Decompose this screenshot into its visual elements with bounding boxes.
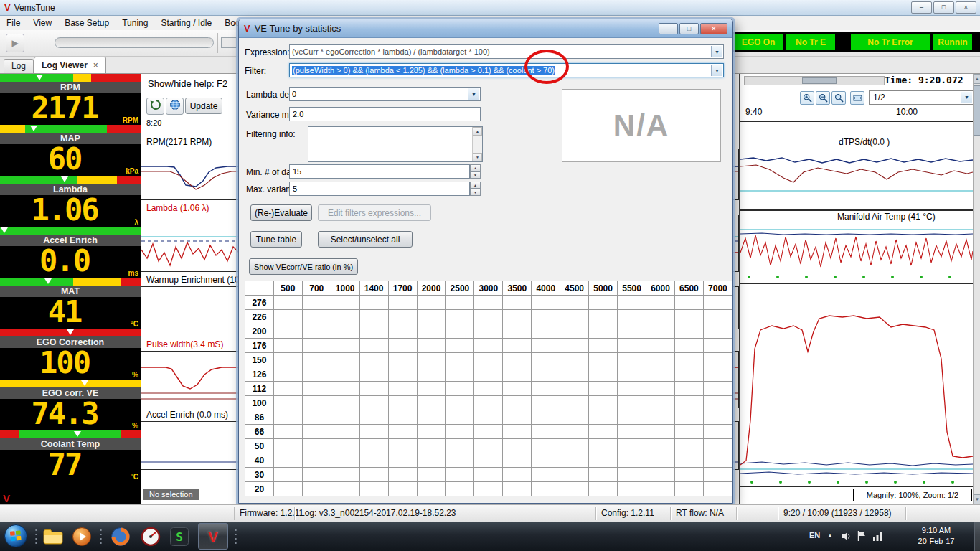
table-cell[interactable] bbox=[703, 382, 732, 396]
table-cell[interactable] bbox=[273, 382, 302, 396]
table-cell[interactable] bbox=[503, 410, 532, 425]
table-cell[interactable] bbox=[703, 425, 732, 439]
globe-button[interactable] bbox=[166, 98, 184, 115]
table-cell[interactable] bbox=[474, 482, 503, 496]
table-cell[interactable] bbox=[589, 339, 618, 353]
table-cell[interactable] bbox=[273, 482, 302, 496]
table-col-header[interactable]: 1400 bbox=[359, 281, 388, 296]
clock[interactable]: 9:10 AM 20-Feb-17 bbox=[905, 525, 967, 547]
table-cell[interactable] bbox=[388, 468, 417, 482]
table-cell[interactable] bbox=[532, 468, 560, 482]
table-cell[interactable] bbox=[560, 425, 589, 439]
table-cell[interactable] bbox=[646, 310, 675, 324]
table-cell[interactable] bbox=[331, 296, 359, 310]
table-cell[interactable] bbox=[446, 482, 474, 496]
table-cell[interactable] bbox=[646, 367, 675, 382]
table-cell[interactable] bbox=[618, 367, 646, 382]
table-cell[interactable] bbox=[417, 382, 446, 396]
chevron-down-icon[interactable]: ▼ bbox=[468, 88, 479, 100]
table-cell[interactable] bbox=[618, 482, 646, 496]
zoom-in-button[interactable] bbox=[800, 91, 814, 105]
table-row-header[interactable]: 276 bbox=[245, 296, 274, 310]
table-cell[interactable] bbox=[388, 353, 417, 367]
table-cell[interactable] bbox=[359, 324, 388, 339]
table-cell[interactable] bbox=[646, 439, 675, 453]
table-cell[interactable] bbox=[532, 425, 560, 439]
table-row-header[interactable]: 40 bbox=[245, 453, 274, 468]
chevron-down-icon[interactable]: ▼ bbox=[711, 65, 722, 76]
table-cell[interactable] bbox=[302, 353, 331, 367]
table-cell[interactable] bbox=[646, 353, 675, 367]
table-cell[interactable] bbox=[302, 482, 331, 496]
table-col-header[interactable]: 5500 bbox=[618, 281, 646, 296]
table-cell[interactable] bbox=[589, 453, 618, 468]
dtps-chart[interactable] bbox=[740, 121, 974, 210]
table-col-header[interactable]: 2000 bbox=[417, 281, 446, 296]
table-cell[interactable] bbox=[474, 324, 503, 339]
show-desktop-button[interactable] bbox=[974, 522, 980, 551]
table-cell[interactable] bbox=[388, 382, 417, 396]
dialog-maximize-button[interactable]: □ bbox=[679, 23, 699, 34]
table-cell[interactable] bbox=[646, 410, 675, 425]
table-cell[interactable] bbox=[388, 324, 417, 339]
table-row-header[interactable]: 200 bbox=[245, 324, 274, 339]
table-cell[interactable] bbox=[560, 367, 589, 382]
lambda-delay-combo[interactable]: 0 ▼ bbox=[289, 87, 481, 101]
table-cell[interactable] bbox=[273, 353, 302, 367]
table-cell[interactable] bbox=[417, 324, 446, 339]
dialog-close-button[interactable]: × bbox=[700, 23, 727, 34]
table-cell[interactable] bbox=[273, 367, 302, 382]
table-cell[interactable] bbox=[589, 382, 618, 396]
table-cell[interactable] bbox=[302, 310, 331, 324]
scroll-down-icon[interactable]: ▼ bbox=[473, 153, 482, 161]
table-cell[interactable] bbox=[388, 310, 417, 324]
table-cell[interactable] bbox=[417, 396, 446, 410]
table-cell[interactable] bbox=[532, 353, 560, 367]
table-cell[interactable] bbox=[560, 339, 589, 353]
table-cell[interactable] bbox=[703, 468, 732, 482]
table-cell[interactable] bbox=[359, 339, 388, 353]
table-cell[interactable] bbox=[474, 353, 503, 367]
table-cell[interactable] bbox=[532, 482, 560, 496]
table-cell[interactable] bbox=[417, 468, 446, 482]
table-cell[interactable] bbox=[560, 310, 589, 324]
table-cell[interactable] bbox=[388, 482, 417, 496]
table-row-header[interactable]: 126 bbox=[245, 367, 274, 382]
table-cell[interactable] bbox=[503, 439, 532, 453]
zoom-fit-button[interactable] bbox=[850, 91, 864, 105]
table-cell[interactable] bbox=[589, 310, 618, 324]
firefox-icon[interactable] bbox=[109, 525, 132, 547]
table-cell[interactable] bbox=[618, 453, 646, 468]
table-cell[interactable] bbox=[703, 324, 732, 339]
vemstune-taskbar-button[interactable]: V bbox=[198, 523, 228, 550]
table-cell[interactable] bbox=[674, 353, 703, 367]
table-cell[interactable] bbox=[474, 439, 503, 453]
table-row-header[interactable]: 20 bbox=[245, 482, 274, 496]
table-cell[interactable] bbox=[560, 410, 589, 425]
min-data-field[interactable]: 15 bbox=[289, 164, 470, 179]
table-cell[interactable] bbox=[703, 296, 732, 310]
table-cell[interactable] bbox=[503, 324, 532, 339]
table-cell[interactable] bbox=[618, 425, 646, 439]
table-cell[interactable] bbox=[646, 453, 675, 468]
table-cell[interactable] bbox=[359, 468, 388, 482]
table-cell[interactable] bbox=[589, 468, 618, 482]
table-cell[interactable] bbox=[674, 324, 703, 339]
table-cell[interactable] bbox=[560, 468, 589, 482]
tab-log[interactable]: Log bbox=[4, 59, 34, 73]
table-cell[interactable] bbox=[589, 439, 618, 453]
min-data-spinner[interactable]: ▲ ▼ bbox=[470, 164, 481, 179]
table-cell[interactable] bbox=[302, 296, 331, 310]
table-cell[interactable] bbox=[618, 410, 646, 425]
table-cell[interactable] bbox=[703, 310, 732, 324]
reevaluate-button[interactable]: (Re-)Evaluate bbox=[250, 204, 312, 221]
table-cell[interactable] bbox=[646, 339, 675, 353]
table-cell[interactable] bbox=[646, 296, 675, 310]
table-cell[interactable] bbox=[474, 296, 503, 310]
volume-icon[interactable] bbox=[841, 531, 852, 545]
table-cell[interactable] bbox=[618, 353, 646, 367]
table-cell[interactable] bbox=[331, 339, 359, 353]
table-cell[interactable] bbox=[674, 310, 703, 324]
table-cell[interactable] bbox=[331, 453, 359, 468]
table-cell[interactable] bbox=[703, 482, 732, 496]
